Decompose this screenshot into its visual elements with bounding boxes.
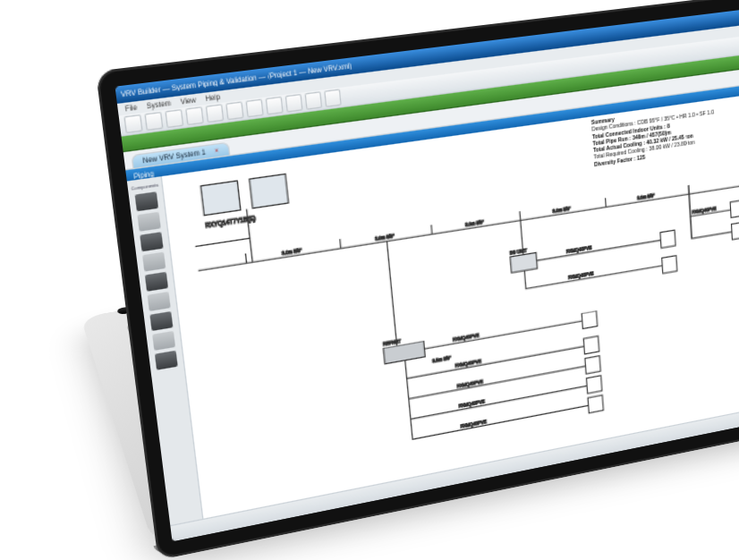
svg-text:3.5m  3/8": 3.5m 3/8" — [432, 354, 451, 364]
svg-text:FXMQ40PVE: FXMQ40PVE — [454, 358, 481, 369]
summary-line: Total Required Cooling : 38.00 kW / 23.8… — [593, 126, 739, 160]
cut-icon[interactable] — [206, 104, 225, 123]
svg-rect-1 — [250, 174, 289, 208]
svg-text:FXMQ40PVE: FXMQ40PVE — [692, 206, 717, 216]
menu-system[interactable]: System — [147, 99, 172, 110]
svg-rect-19 — [582, 310, 598, 328]
menu-file[interactable]: File — [124, 104, 137, 113]
new-icon[interactable] — [123, 115, 142, 133]
print-icon[interactable] — [185, 106, 204, 125]
palette-refnet-icon[interactable] — [142, 252, 166, 272]
palette-indoor-unit-icon[interactable] — [137, 212, 160, 232]
svg-rect-0 — [200, 181, 241, 216]
palette-ahu-icon[interactable] — [152, 331, 175, 351]
zoom-in-icon[interactable] — [304, 91, 322, 110]
svg-text:FXMQ40PVE: FXMQ40PVE — [568, 270, 594, 281]
svg-text:3.0m  5/8": 3.0m 5/8" — [552, 206, 571, 215]
svg-rect-17 — [383, 341, 425, 364]
open-icon[interactable] — [144, 112, 163, 131]
svg-rect-12 — [662, 256, 677, 274]
summary-line: Diversity Factor : 125 — [594, 133, 739, 167]
palette-other-icon[interactable] — [155, 351, 178, 370]
svg-text:BS UNIT: BS UNIT — [510, 247, 528, 256]
copy-icon[interactable] — [225, 101, 243, 120]
tab-close-icon[interactable]: × — [214, 147, 219, 155]
palette-bs-unit-icon[interactable] — [140, 232, 163, 251]
svg-rect-20 — [583, 336, 599, 354]
menu-help[interactable]: Help — [205, 93, 220, 102]
document-header-title: Piping — [133, 170, 154, 180]
svg-rect-23 — [588, 395, 603, 413]
svg-text:3.0m  5/8": 3.0m 5/8" — [282, 247, 302, 257]
svg-text:FXMQ40PVE: FXMQ40PVE — [460, 418, 487, 428]
redo-icon[interactable] — [285, 94, 303, 113]
svg-rect-15 — [732, 222, 739, 240]
status-bar — [170, 400, 739, 542]
svg-text:FXMQ40PVE: FXMQ40PVE — [456, 378, 483, 389]
palette-pipe-icon[interactable] — [149, 311, 173, 331]
palette-header-icon[interactable] — [145, 272, 168, 292]
app-window: VRV Builder — System Piping & Validation… — [115, 5, 739, 542]
undo-icon[interactable] — [266, 97, 284, 115]
paste-icon[interactable] — [245, 98, 263, 117]
svg-text:FXMQ40PVE: FXMQ40PVE — [566, 244, 592, 255]
palette-controller-icon[interactable] — [148, 292, 171, 311]
svg-text:3.0m  5/8": 3.0m 5/8" — [465, 219, 485, 228]
menu-view[interactable]: View — [180, 97, 196, 106]
svg-text:FXMQ40PVE: FXMQ40PVE — [458, 398, 485, 409]
svg-rect-21 — [585, 356, 601, 374]
summary-line: Total Pipe Run : 348m / 457(50)m — [592, 113, 739, 147]
svg-rect-14 — [730, 200, 739, 218]
svg-text:RXYQ14T7Y1B(E): RXYQ14T7Y1B(E) — [205, 215, 256, 229]
svg-text:REFNET: REFNET — [383, 337, 402, 347]
svg-text:3.0m  5/8": 3.0m 5/8" — [375, 233, 395, 242]
svg-rect-8 — [510, 252, 537, 273]
svg-rect-22 — [586, 376, 601, 394]
svg-text:3.0m  5/8": 3.0m 5/8" — [637, 192, 655, 201]
zoom-out-icon[interactable] — [324, 89, 342, 107]
palette-outdoor-unit-icon[interactable] — [135, 191, 158, 211]
svg-rect-10 — [660, 230, 675, 248]
save-icon[interactable] — [165, 109, 183, 128]
